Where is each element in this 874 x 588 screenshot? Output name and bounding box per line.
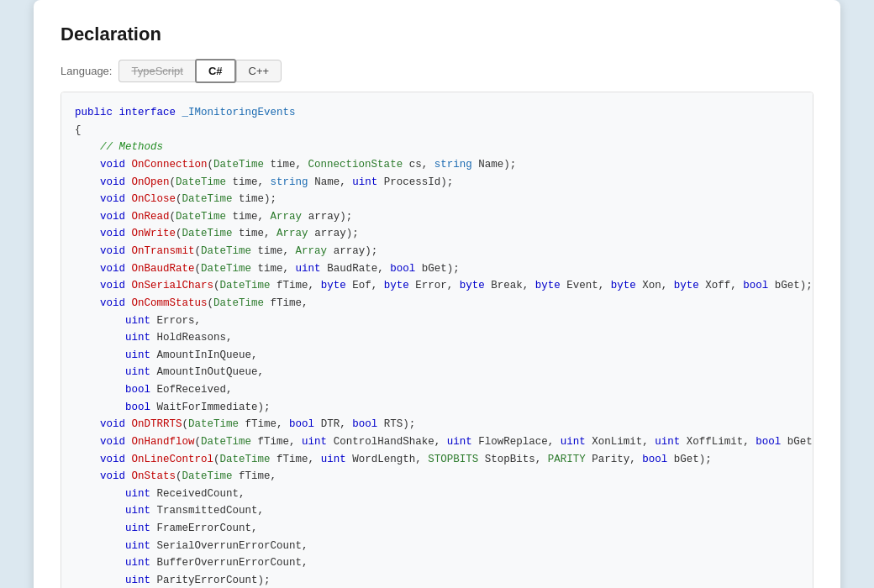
tab-typescript[interactable]: TypeScript [118, 60, 194, 82]
language-label: Language: [61, 65, 112, 77]
declaration-card: Declaration Language: TypeScript C# C++ … [34, 0, 840, 588]
card-title: Declaration [61, 24, 813, 45]
code-block: public interface _IMonitoringEvents { //… [61, 92, 813, 588]
tab-csharp[interactable]: C# [195, 59, 236, 83]
language-bar: Language: TypeScript C# C++ [61, 59, 813, 83]
tab-cpp[interactable]: C++ [236, 60, 282, 82]
